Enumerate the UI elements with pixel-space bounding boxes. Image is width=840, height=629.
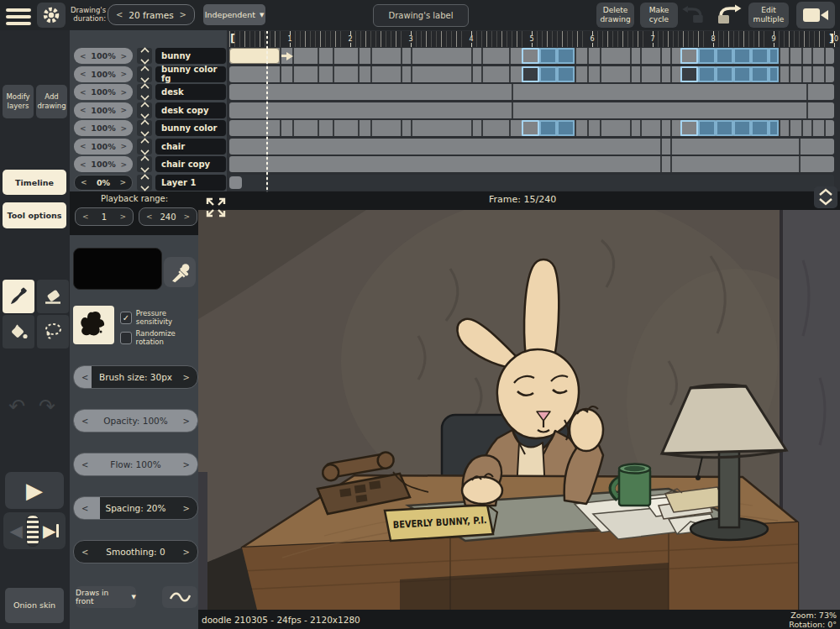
keyframe-cell[interactable]	[522, 48, 539, 64]
flow-slider[interactable]: <>Flow: 100%	[73, 453, 198, 476]
keyframe-cell[interactable]	[716, 48, 733, 64]
duration-increment[interactable]: >	[180, 10, 186, 19]
layer-opacity-stepper[interactable]: <100%>	[74, 84, 133, 100]
undo-sidebar-button[interactable]: ↶	[8, 396, 25, 417]
timeline-row-chair[interactable]	[229, 139, 834, 155]
frame-scrubber[interactable]: ◀ ▶	[3, 512, 66, 549]
keyframe-cell[interactable]	[539, 120, 557, 136]
keyframe-cell[interactable]	[522, 66, 539, 82]
drawing-canvas[interactable]: BEVERLY BUNNY, P.I.	[198, 210, 840, 610]
timeline-ruler[interactable]: 12345678910[]	[229, 31, 834, 47]
play-button[interactable]: ▶	[5, 472, 64, 509]
empty-drawing-pill[interactable]	[229, 176, 242, 189]
opacity-increment[interactable]: >	[120, 52, 127, 60]
layer-opacity-stepper[interactable]: <0%>	[74, 175, 133, 191]
keyframe-cell[interactable]	[680, 120, 698, 136]
opacity-decrement[interactable]: <	[80, 160, 87, 169]
tool-options-tab-button[interactable]: Tool options	[3, 202, 66, 228]
previous-frame-icon[interactable]: ◀	[10, 521, 23, 541]
keyframe-cell[interactable]	[733, 48, 751, 64]
layer-mode-dropdown[interactable]: Independent ▼	[203, 4, 265, 25]
keyframe-cell[interactable]	[557, 66, 575, 82]
keyframe-cell[interactable]	[716, 120, 733, 136]
timeline-row-desk[interactable]	[229, 84, 834, 100]
layer-reorder-button[interactable]	[137, 175, 152, 191]
delete-drawing-button[interactable]: Delete drawing	[596, 3, 634, 28]
opacity-decrement[interactable]: <	[80, 106, 87, 114]
spacing-slider[interactable]: <>Spacing: 20%	[73, 496, 198, 520]
stroke-smoothing-button[interactable]	[162, 586, 197, 608]
layer-reorder-button[interactable]	[137, 102, 152, 118]
redo-button[interactable]	[713, 3, 743, 27]
layer-name-button[interactable]: bunny color fg	[155, 66, 226, 82]
redo-sidebar-button[interactable]: ↷	[39, 396, 55, 417]
layer-reorder-button[interactable]	[137, 156, 152, 172]
layer-reorder-button[interactable]	[137, 66, 152, 82]
keyframe-cell[interactable]	[698, 120, 716, 136]
menu-icon[interactable]	[6, 5, 31, 29]
opacity-increment[interactable]: >	[120, 160, 127, 169]
playhead[interactable]	[266, 31, 268, 192]
pb-end-inc[interactable]: >	[183, 212, 190, 221]
opacity-increment[interactable]: >	[120, 124, 127, 133]
undo-button[interactable]	[680, 3, 707, 27]
duration-decrement[interactable]: <	[116, 10, 123, 19]
layer-name-button[interactable]: desk	[155, 84, 226, 100]
make-cycle-button[interactable]: Make cycle	[640, 3, 678, 28]
layer-opacity-stepper[interactable]: <100%>	[74, 66, 133, 82]
scrubber-handle[interactable]	[26, 515, 39, 547]
brush-tip-preview[interactable]	[73, 306, 114, 344]
opacity-increment[interactable]: >	[120, 142, 127, 150]
randomize-rotation-checkbox[interactable]	[120, 332, 132, 344]
layer-opacity-stepper[interactable]: <100%>	[74, 156, 133, 172]
keyframe-cell[interactable]	[522, 120, 539, 136]
timeline-row-bunny[interactable]	[229, 48, 834, 64]
fullscreen-button[interactable]	[204, 196, 228, 219]
layer-reorder-button[interactable]	[137, 120, 152, 136]
layer-name-button[interactable]: bunny	[155, 48, 226, 64]
keyframe-cell[interactable]	[751, 48, 769, 64]
edit-multiple-button[interactable]: Edit multiple	[748, 3, 789, 28]
eraser-tool-button[interactable]	[37, 280, 69, 313]
timeline-row-chair-copy[interactable]	[229, 156, 834, 172]
keyframe-cell[interactable]	[680, 66, 698, 82]
next-frame-icon[interactable]: ▶	[43, 521, 59, 541]
keyframe-cell[interactable]	[733, 120, 751, 136]
keyframe-cell[interactable]	[769, 120, 779, 136]
drawing-label-field[interactable]: Drawing's label	[373, 4, 469, 27]
timeline-tab-button[interactable]: Timeline	[3, 170, 66, 195]
collapse-timeline-button[interactable]	[814, 186, 837, 208]
layer-opacity-stepper[interactable]: <100%>	[74, 120, 133, 136]
keyframe-cell[interactable]	[539, 48, 557, 64]
timeline-row-bunny-color-fg[interactable]	[229, 66, 834, 82]
layer-name-button[interactable]: desk copy	[155, 102, 226, 118]
drawing-duration-stepper[interactable]: < 20 frames >	[108, 4, 195, 25]
keyframe-cell[interactable]	[716, 66, 733, 82]
smoothing-slider[interactable]: <>Smoothing: 0	[73, 540, 198, 563]
playback-end-stepper[interactable]: < 240 >	[139, 207, 197, 226]
opacity-increment[interactable]: >	[120, 88, 127, 97]
keyframe-cell[interactable]	[733, 66, 751, 82]
keyframe-cell[interactable]	[557, 120, 575, 136]
opacity-increment[interactable]: >	[120, 106, 127, 114]
keyframe-cell[interactable]	[698, 48, 716, 64]
opacity-decrement[interactable]: <	[81, 178, 87, 186]
layer-reorder-button[interactable]	[137, 139, 152, 155]
layer-name-button[interactable]: bunny color	[155, 120, 226, 136]
drawing-extend-arrow[interactable]	[286, 52, 297, 60]
timeline-row-desk-copy[interactable]	[229, 102, 834, 118]
lasso-tool-button[interactable]	[37, 315, 69, 349]
keyframe-cell[interactable]	[751, 120, 769, 136]
keyframe-cell[interactable]	[751, 66, 769, 82]
layer-name-button[interactable]: Layer 1	[155, 175, 226, 191]
keyframe-cell[interactable]	[539, 66, 557, 82]
keyframe-cell[interactable]	[698, 66, 716, 82]
export-video-button[interactable]	[796, 2, 835, 29]
onion-skin-button[interactable]: Onion skin	[5, 588, 64, 623]
pb-start-inc[interactable]: >	[119, 212, 126, 221]
keyframe-cell[interactable]	[680, 48, 698, 64]
layer-name-button[interactable]: chair copy	[155, 156, 226, 172]
pressure-sensitivity-checkbox[interactable]: ✓	[120, 312, 132, 324]
layer-opacity-stepper[interactable]: <100%>	[74, 102, 133, 118]
opacity-decrement[interactable]: <	[80, 70, 87, 78]
